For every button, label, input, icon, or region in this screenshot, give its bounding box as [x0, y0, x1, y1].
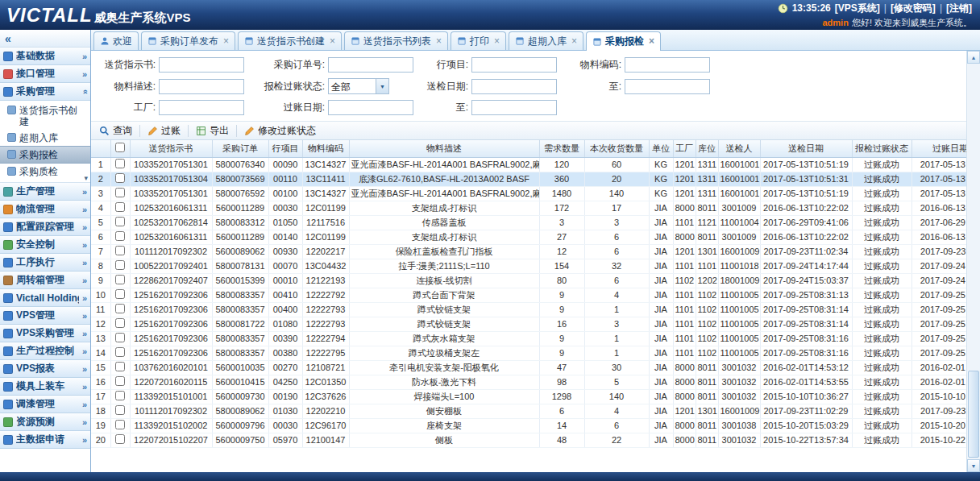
column-header[interactable]: 送货指示书 — [130, 140, 212, 157]
sidebar-item-13[interactable]: VPS报表» — [0, 360, 90, 378]
table-row[interactable]: 1510376201602010156000100350027012108721… — [91, 360, 966, 375]
sidebar-item-6[interactable]: 安全控制» — [0, 236, 90, 254]
table-row[interactable]: 1012516201709230658000833570041012222792… — [91, 288, 966, 302]
column-header[interactable]: 行项目 — [268, 140, 302, 157]
scroll-thumb[interactable] — [968, 371, 979, 458]
posting-date-input[interactable] — [328, 100, 413, 115]
table-row[interactable]: 1810111201709230258000890620103012202210… — [91, 404, 966, 418]
row-checkbox[interactable] — [115, 289, 125, 299]
row-checkbox[interactable] — [115, 420, 125, 429]
scroll-up-icon[interactable]: ▲ — [967, 51, 980, 64]
column-header[interactable]: 采购订单 — [212, 140, 268, 157]
column-header[interactable]: 报检过账状态 — [852, 140, 911, 157]
table-row[interactable]: 210335201705130458000735690011013C11411底… — [91, 172, 966, 186]
column-header[interactable]: 送检人 — [718, 140, 760, 157]
row-checkbox[interactable] — [115, 362, 125, 371]
column-header[interactable]: 送检日期 — [760, 140, 852, 157]
delivery-note-input[interactable] — [159, 57, 244, 73]
table-row[interactable]: 1711339201510100156000097300019012C37626… — [91, 389, 966, 404]
sidebar-item-9[interactable]: Victall Holding» — [0, 289, 90, 307]
tab-6[interactable]: 采购报检× — [586, 31, 661, 51]
table-row[interactable]: 1911339201510200256000097960003012C96170… — [91, 418, 966, 433]
table-row[interactable]: 310335201705130158000765920010013C14327亚… — [91, 186, 966, 201]
sidebar-item-0[interactable]: 基础数据» — [0, 48, 90, 65]
tab-3[interactable]: 送货指示书列表× — [344, 31, 448, 50]
table-row[interactable]: 1212516201709230658000817220108012222793… — [91, 317, 966, 331]
sidebar-subitem[interactable]: 送货指示书创建 — [0, 102, 90, 130]
column-header[interactable]: 过账日期 — [911, 140, 966, 157]
row-checkbox[interactable] — [115, 347, 125, 357]
sidebar-item-4[interactable]: 物流管理» — [0, 201, 90, 218]
sidebar-collapse-button[interactable]: « — [0, 30, 90, 48]
select-all-checkbox[interactable] — [115, 143, 125, 152]
sidebar-item-11[interactable]: VPS采购管理» — [0, 325, 90, 342]
sidebar-item-10[interactable]: VPS管理» — [0, 307, 90, 325]
line-item-input[interactable] — [471, 57, 557, 73]
modify-posting-status-button[interactable]: 修改过账状态 — [239, 122, 321, 139]
sidebar-item-17[interactable]: 主数据申请» — [0, 431, 90, 449]
sidebar-item-3[interactable]: 生产管理» — [0, 183, 90, 201]
inspection-date-input[interactable] — [471, 79, 557, 94]
row-checkbox[interactable] — [115, 173, 125, 183]
row-checkbox[interactable] — [115, 318, 125, 328]
tab-0[interactable]: 欢迎 — [93, 31, 139, 50]
scroll-down-icon[interactable]: ▼ — [967, 459, 980, 472]
row-checkbox[interactable] — [115, 391, 125, 400]
table-row[interactable]: 912286201709240756000153990001012122193连… — [91, 273, 966, 288]
sidebar-subitem[interactable]: 超期入库 — [0, 130, 90, 146]
scroll-track[interactable] — [967, 64, 980, 459]
tab-1[interactable]: 采购订单发布× — [141, 31, 235, 50]
tab-2[interactable]: 送货指示书创建× — [238, 31, 342, 50]
sidebar-item-12[interactable]: 生产过程控制» — [0, 342, 90, 360]
vertical-scrollbar[interactable]: ▲ ▼ — [966, 51, 980, 472]
inspection-date-to-input[interactable] — [625, 79, 710, 94]
table-row[interactable]: 110335201705130158000763400009013C14327亚… — [91, 157, 966, 172]
sidebar-item-5[interactable]: 配置跟踪管理» — [0, 218, 90, 236]
submenu-scroll-icon[interactable]: ▾ — [84, 174, 88, 182]
close-icon[interactable]: × — [571, 37, 577, 46]
column-header[interactable]: 需求数量 — [539, 140, 584, 157]
vps-system-link[interactable]: [VPS系统] — [835, 2, 880, 15]
table-row[interactable]: 1412516201709230658000833570038012222795… — [91, 346, 966, 360]
table-row[interactable]: 610253201606131156000112890014012C01199支… — [91, 230, 966, 244]
row-checkbox[interactable] — [115, 260, 125, 270]
sidebar-item-1[interactable]: 接口管理» — [0, 65, 90, 83]
column-header[interactable]: 物料编码 — [302, 140, 349, 157]
column-header[interactable]: 物料描述 — [349, 140, 539, 157]
sidebar-item-2[interactable]: 采购管理» — [0, 83, 90, 101]
close-icon[interactable]: × — [649, 37, 654, 46]
tab-4[interactable]: 打印× — [451, 31, 506, 50]
table-row[interactable]: 810052201709240158000781310007013C04432拉… — [91, 259, 966, 273]
posting-button[interactable]: 过账 — [143, 122, 185, 139]
sidebar-subitem[interactable]: 采购报检 — [0, 146, 90, 164]
logout-link[interactable]: [注销] — [946, 2, 972, 15]
column-header[interactable]: 工厂 — [673, 140, 696, 157]
material-code-input[interactable] — [625, 57, 710, 73]
sidebar-item-7[interactable]: 工序执行» — [0, 254, 90, 272]
row-checkbox[interactable] — [115, 405, 125, 415]
row-checkbox[interactable] — [115, 304, 125, 313]
material-desc-input[interactable] — [159, 79, 244, 94]
sidebar-item-14[interactable]: 模具上装车» — [0, 378, 90, 396]
column-header[interactable]: 本次收货数量 — [584, 140, 649, 157]
posting-status-select[interactable]: 全部▼ — [328, 78, 389, 94]
sidebar-item-15[interactable]: 调漆管理» — [0, 396, 90, 413]
close-icon[interactable]: × — [330, 37, 335, 46]
close-icon[interactable]: × — [223, 37, 229, 46]
row-checkbox[interactable] — [115, 188, 125, 197]
row-checkbox[interactable] — [115, 246, 125, 255]
sidebar-item-16[interactable]: 资源预测» — [0, 413, 90, 431]
table-row[interactable]: 410253201606131156000112890003012C01199支… — [91, 201, 966, 215]
column-header[interactable]: 单位 — [649, 140, 673, 157]
table-row[interactable]: 510253201706281458000833120105012117516传… — [91, 215, 966, 230]
query-button[interactable]: 查询 — [94, 122, 137, 139]
po-number-input[interactable] — [328, 57, 413, 73]
table-row[interactable]: 2012207201510220756000097500597012100147… — [91, 433, 966, 447]
plant-input[interactable] — [159, 100, 244, 115]
table-row[interactable]: 1612207201602011556000104150425012C01350… — [91, 375, 966, 389]
row-checkbox[interactable] — [115, 333, 125, 342]
sidebar-item-8[interactable]: 周转箱管理» — [0, 272, 90, 289]
posting-date-to-input[interactable] — [471, 100, 557, 115]
change-password-link[interactable]: [修改密码] — [891, 2, 936, 15]
table-row[interactable]: 710111201709230256000890620093012202217保… — [91, 244, 966, 259]
